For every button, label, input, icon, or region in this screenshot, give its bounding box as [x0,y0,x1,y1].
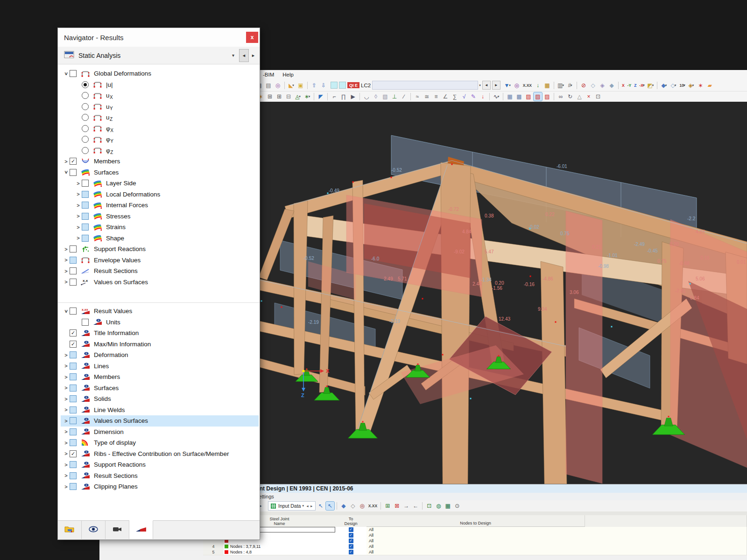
loads-down-icon[interactable]: ⇩ [319,81,328,90]
checkbox-partial[interactable] [82,202,89,209]
menu-item-bim[interactable]: -BIM [263,72,274,77]
table-row[interactable]: ✓All [203,527,747,532]
menu-item-help[interactable]: Help [282,72,294,77]
support-view-icon[interactable]: ⊥ [390,92,399,101]
checkbox-partial[interactable] [70,385,77,392]
tree-item-max-min-information[interactable]: ✓Max/Min Information [61,339,259,350]
select-rubber-icon[interactable]: ◣▾ [287,81,296,90]
checkbox-partial[interactable] [82,191,89,198]
expand-icon[interactable]: > [63,451,70,456]
tab-data-navigator[interactable] [58,521,82,539]
viewport-3d[interactable]: XZ -0.52-0.49-6.010.75-0.02-2.49-0.45-1.… [260,102,747,484]
chevron-down-icon[interactable]: ▾ [232,53,234,58]
search-icon[interactable]: ⊙ [453,502,461,510]
rotate-view-icon[interactable]: ↻ [566,92,574,101]
load-case-selector[interactable]: QI ELC2▾◄► [331,81,500,90]
radio[interactable] [82,92,89,99]
tree-item-stresses[interactable]: >Stresses [61,211,259,222]
expand-icon[interactable]: > [63,462,70,468]
expand-icon[interactable]: > [75,224,82,230]
to-design-checkbox-checked[interactable]: ✓ [349,527,353,532]
checkbox-partial[interactable] [70,373,77,380]
checkbox-partial[interactable] [70,406,77,413]
expand-icon[interactable]: > [63,484,70,490]
checkbox-unchecked[interactable] [70,169,77,176]
tab-views-navigator[interactable] [106,521,129,539]
expand-icon[interactable]: > [63,268,70,274]
to-design-checkbox-checked[interactable]: ✓ [349,544,353,549]
axis-z-icon[interactable]: Z [633,81,637,90]
checkbox-partial[interactable] [70,395,77,402]
checkbox-partial[interactable] [70,417,77,424]
tree-item-dimension[interactable]: >Dimension [61,427,259,438]
row-delete-icon[interactable]: ⊠ [393,502,401,510]
tree-item-envelope-values[interactable]: >Envelope Values [61,255,259,266]
axis-minus-x-icon[interactable]: -X▾ [638,81,645,90]
tree-item-support-reactions[interactable]: >Support Reactions [61,459,259,470]
tree-item-values-on-surfaces[interactable]: >Values on Surfaces [61,415,259,427]
tree-item-shape[interactable]: >Shape [61,233,259,244]
tree-item-result-sections[interactable]: >Result Sections [61,266,259,277]
animation-player-icon[interactable]: ▶ [349,92,357,101]
checkbox-unchecked[interactable] [70,308,77,315]
table-row[interactable]: 5Nodes : 4,8✓All [203,549,747,555]
next-arrow-button[interactable]: ► [249,49,258,62]
tree-item-title-information[interactable]: ✓Title Information [61,328,259,339]
expand-icon[interactable]: > [63,159,70,164]
result-panel-icon[interactable]: ▰ [705,81,714,90]
surface-view-icon[interactable]: ◊ [372,92,380,101]
checkbox-unchecked[interactable] [70,245,77,252]
dimension-icon[interactable]: 10▾ [678,81,686,90]
select-joint-alt-icon[interactable]: ↖ [326,502,334,510]
globe-icon[interactable]: ◍ [434,502,443,510]
expand-icon[interactable]: > [63,396,70,402]
member-copy-icon[interactable]: ⊞ [275,92,283,101]
expand-icon[interactable]: > [63,257,70,263]
snap-target-icon[interactable]: ◎ [274,81,282,90]
table-row[interactable]: ✓All [203,538,747,544]
expand-icon[interactable]: > [63,246,70,252]
tree-item-x[interactable]: φX [61,123,259,134]
col-import-icon[interactable]: → [402,502,410,510]
steel-joint-table[interactable]: Steel Joint Name To Design Nodes to Desi… [203,511,747,556]
mesh-gear-icon[interactable]: ▩ [515,92,523,101]
checkbox-checked[interactable]: ✓ [70,329,77,336]
checkbox-partial[interactable] [70,257,77,264]
chevron-down-icon[interactable]: ▾ [479,84,481,87]
tree-item-line-welds[interactable]: >Line Welds [61,405,259,416]
tree-item-internal-forces[interactable]: >Internal Forces [61,200,259,211]
expand-icon[interactable]: > [75,235,82,241]
tree-item-local-deformations[interactable]: >Local Deformations [61,189,259,200]
prev-arrow-button[interactable]: ◄ [239,49,249,62]
next-load-case-button[interactable]: ► [492,81,500,90]
table-row[interactable]: ✓All [203,532,747,538]
joint-copy-icon[interactable]: ◇ [349,502,357,510]
xyz-values-icon[interactable]: X.XX [522,81,533,90]
radio[interactable] [82,147,89,154]
tree-item-ribs-effective-contribution-on-surface-member[interactable]: >✓Ribs - Effective Contribution on Surfa… [61,448,259,460]
tree-item-support-reactions[interactable]: >Support Reactions [61,244,259,255]
tree-item-z[interactable]: φZ [61,145,259,156]
tree-item-members[interactable]: >Members [61,371,259,383]
input-data-combo[interactable]: Input Data ▾ ◄ ► [268,501,316,511]
expand-icon[interactable]: > [63,407,70,413]
tree-item-global-deformations[interactable]: >Global Deformations [61,68,259,79]
diagram-5-icon[interactable]: ∑ [451,92,459,101]
to-design-checkbox-checked[interactable]: ✓ [349,550,353,554]
fe-mesh-c-icon[interactable]: ▨ [543,92,551,101]
select-box-icon[interactable]: ▣ [296,81,305,90]
load-case-field[interactable] [372,81,478,90]
solid-view-icon[interactable]: ▧ [381,92,389,101]
checkbox-partial[interactable] [82,213,89,220]
plane-display-icon[interactable]: ◇▾ [669,81,677,90]
tree-item-result-sections[interactable]: >Result Sections [61,470,259,482]
edit-cube-icon[interactable]: ◈ [598,81,606,90]
radio[interactable] [82,136,89,143]
joint-new-icon[interactable]: ◆ [339,502,348,510]
tab-results-navigator[interactable] [129,520,153,539]
value-arrow-icon[interactable]: ↓ [534,81,542,90]
tree-item-uy[interactable]: uY [61,101,259,112]
value-eye-icon[interactable]: ◎ [358,502,366,510]
camera-capture-icon[interactable]: ⊡ [594,92,602,101]
diagram-1-icon[interactable]: ≈ [413,92,422,101]
